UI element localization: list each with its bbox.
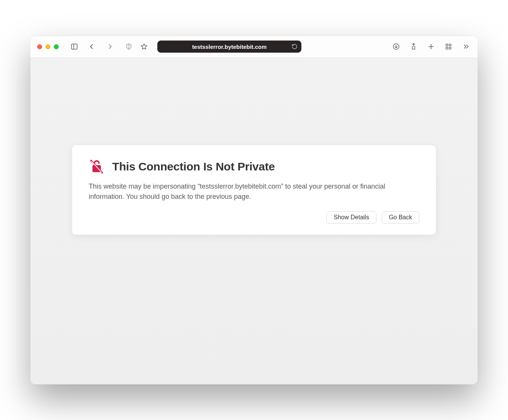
window-controls — [37, 44, 59, 49]
minimize-window-button[interactable] — [45, 44, 50, 49]
privacy-shield-icon[interactable] — [124, 42, 134, 52]
bookmark-star-icon[interactable] — [139, 42, 149, 52]
browser-toolbar: testsslerror.bytebitebit.com — [30, 36, 478, 58]
fullscreen-window-button[interactable] — [54, 44, 59, 49]
reload-icon[interactable] — [292, 44, 298, 50]
overflow-chevrons-icon[interactable] — [461, 42, 471, 52]
show-details-button[interactable]: Show Details — [326, 211, 376, 223]
sidebar-toggle-icon[interactable] — [69, 42, 79, 52]
new-tab-plus-icon[interactable] — [426, 42, 436, 52]
ssl-error-card: This Connection Is Not Private This webs… — [72, 145, 436, 235]
tab-overview-grid-icon[interactable] — [444, 42, 453, 52]
error-title: This Connection Is Not Private — [112, 160, 275, 173]
go-back-button[interactable]: Go Back — [382, 211, 419, 223]
navigation-group — [87, 42, 115, 52]
svg-rect-9 — [446, 44, 448, 46]
insecure-lock-icon — [89, 159, 105, 175]
back-icon[interactable] — [87, 42, 97, 52]
button-row: Show Details Go Back — [89, 211, 419, 223]
browser-window: testsslerror.bytebitebit.com — [30, 36, 478, 384]
url-text: testsslerror.bytebitebit.com — [192, 44, 267, 50]
close-window-button[interactable] — [37, 44, 42, 49]
svg-rect-12 — [449, 47, 451, 49]
svg-rect-0 — [72, 44, 77, 49]
svg-rect-10 — [449, 44, 451, 46]
page-content: This Connection Is Not Private This webs… — [30, 58, 478, 384]
svg-rect-11 — [446, 47, 448, 49]
error-body-text: This website may be impersonating “tests… — [89, 181, 419, 203]
downloads-icon[interactable] — [391, 42, 401, 52]
toolbar-right-group — [391, 42, 471, 52]
card-header: This Connection Is Not Private — [89, 159, 419, 175]
svg-marker-3 — [141, 44, 147, 49]
url-bar[interactable]: testsslerror.bytebitebit.com — [157, 41, 301, 53]
forward-icon[interactable] — [105, 42, 115, 52]
share-icon[interactable] — [409, 42, 419, 52]
